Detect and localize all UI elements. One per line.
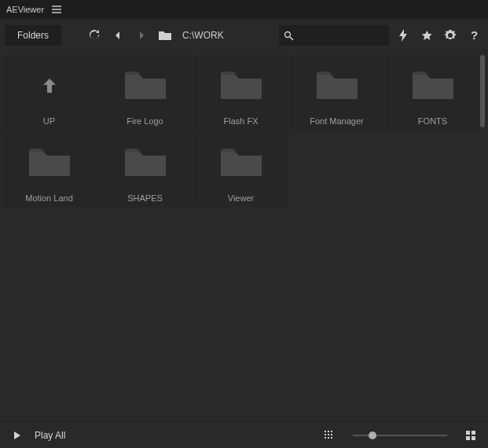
help-icon[interactable]: ? — [464, 26, 483, 45]
folder-icon — [219, 70, 263, 101]
svg-rect-8 — [331, 434, 332, 435]
slider-knob[interactable] — [369, 431, 376, 439]
svg-rect-7 — [328, 434, 329, 435]
svg-rect-4 — [328, 431, 329, 432]
grid-item-folder[interactable]: Viewer — [193, 132, 288, 207]
folder-icon — [28, 147, 72, 178]
play-icon[interactable] — [8, 426, 27, 445]
toolbar: Folders C:\WORK ? — [0, 19, 488, 52]
grid-item-label: Font Manager — [310, 116, 363, 126]
svg-rect-3 — [325, 431, 326, 432]
svg-rect-12 — [466, 431, 470, 435]
forward-icon[interactable] — [132, 26, 151, 45]
folder-grid: UP Fire Logo Flash FX Font Manager FONTS… — [0, 52, 488, 421]
grid-item-label: Fire Logo — [127, 116, 163, 126]
refresh-icon[interactable] — [85, 26, 104, 45]
folder-icon — [411, 70, 455, 101]
bolt-icon[interactable] — [394, 26, 413, 45]
back-icon[interactable] — [108, 26, 127, 45]
folder-icon — [123, 147, 167, 178]
hamburger-menu-icon[interactable] — [52, 6, 61, 13]
search-icon — [284, 31, 294, 41]
search-input[interactable] — [294, 30, 372, 41]
app-title: AEViewer — [6, 5, 44, 14]
folder-icon — [123, 70, 167, 101]
grid-item-label: Motion Land — [25, 193, 73, 203]
grid-item-label: SHAPES — [127, 193, 163, 203]
grid-item-folder[interactable]: Motion Land — [2, 132, 97, 207]
play-all-label: Play All — [35, 430, 65, 441]
svg-rect-14 — [466, 436, 470, 440]
svg-rect-15 — [471, 436, 475, 440]
grid-item-up[interactable]: UP — [2, 55, 97, 130]
svg-rect-13 — [471, 431, 475, 435]
svg-rect-9 — [325, 437, 326, 439]
search-field[interactable] — [279, 25, 389, 46]
grid-item-label: Flash FX — [223, 116, 258, 126]
grid-item-label: FONTS — [418, 116, 447, 126]
up-arrow-icon — [40, 76, 59, 95]
folder-icon[interactable] — [156, 26, 174, 45]
grid-item-folder[interactable]: Font Manager — [289, 55, 384, 130]
svg-rect-6 — [325, 434, 326, 435]
svg-rect-5 — [331, 431, 332, 432]
grid-item-folder[interactable]: SHAPES — [97, 132, 193, 207]
svg-rect-11 — [331, 437, 332, 439]
folders-button[interactable]: Folders — [5, 25, 61, 46]
svg-line-1 — [290, 37, 293, 40]
path-text: C:\WORK — [182, 30, 224, 41]
grid-item-folder[interactable]: Fire Logo — [97, 55, 193, 130]
grid-item-label: UP — [43, 116, 55, 126]
star-icon[interactable] — [417, 26, 436, 45]
thumbnail-size-slider[interactable] — [353, 435, 447, 436]
svg-rect-10 — [328, 437, 329, 439]
grid-small-icon[interactable] — [320, 426, 339, 445]
titlebar: AEViewer — [0, 0, 488, 19]
footer: Play All — [0, 421, 488, 448]
svg-point-0 — [285, 31, 291, 37]
svg-text:?: ? — [471, 29, 478, 42]
grid-item-label: Viewer — [228, 193, 254, 203]
grid-large-icon[interactable] — [461, 426, 480, 445]
grid-item-folder[interactable]: Flash FX — [193, 55, 288, 130]
folder-icon — [219, 147, 263, 178]
gear-icon[interactable] — [441, 26, 460, 45]
folder-icon — [315, 70, 359, 101]
scrollbar[interactable] — [480, 55, 485, 127]
grid-item-folder[interactable]: FONTS — [385, 55, 480, 130]
